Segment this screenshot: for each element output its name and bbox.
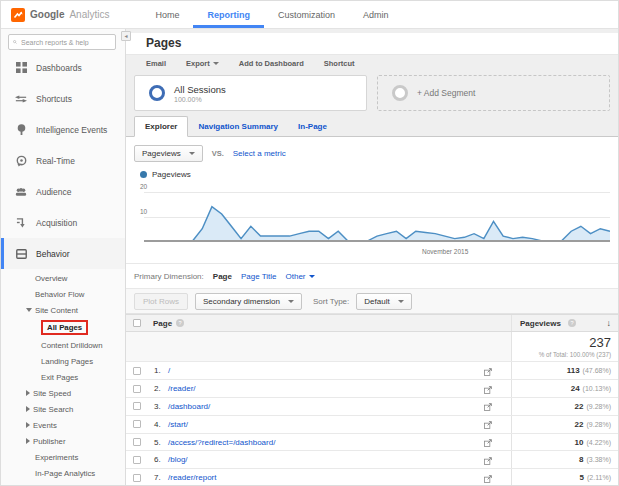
tab-navigation-summary[interactable]: Navigation Summary [188, 117, 288, 136]
nav-reporting[interactable]: Reporting [193, 1, 264, 28]
nav-customization[interactable]: Customization [264, 1, 349, 28]
sidebar-item-behavior[interactable]: Behavior [1, 238, 125, 269]
sidebar: ◂ Dashboards Shortcuts Intelligence Even… [1, 29, 126, 486]
chart-plot-area: 20 10 [144, 187, 610, 241]
dimension-page-title[interactable]: Page Title [241, 272, 277, 281]
google-analytics-logo[interactable]: Google Analytics [11, 1, 109, 28]
sidebar-item-label: Behavior [36, 249, 70, 259]
page-link[interactable]: /dashboard/ [168, 402, 210, 411]
help-icon[interactable]: ? [176, 319, 184, 327]
subnav-all-pages[interactable]: All Pages [1, 318, 125, 337]
subnav-events[interactable]: Events [1, 417, 125, 433]
tab-explorer[interactable]: Explorer [134, 116, 188, 137]
help-icon[interactable]: ? [568, 319, 576, 327]
total-pageviews: 237 [589, 335, 611, 350]
pageviews-column-header[interactable]: Pageviews [520, 319, 561, 328]
table-totals-row: 237 % of Total: 100.00% (237) [126, 332, 618, 362]
row-checkbox[interactable] [133, 367, 141, 375]
sort-descending-icon[interactable]: ↓ [607, 318, 612, 328]
table-row: 6. /blog/ 8(3.38%) [126, 451, 618, 469]
row-checkbox[interactable] [133, 474, 141, 482]
row-checkbox[interactable] [133, 456, 141, 464]
subnav-landing-pages[interactable]: Landing Pages [1, 353, 125, 369]
search-icon [13, 38, 17, 46]
subnav-experiments[interactable]: Experiments [1, 449, 125, 465]
table-row: 3. /dashboard/ 22(9.28%) [126, 398, 618, 416]
page-link[interactable]: /start/ [168, 420, 188, 429]
vs-label: VS. [212, 149, 224, 158]
sidebar-item-label: Shortcuts [36, 94, 72, 104]
chevron-collapsed-icon [26, 438, 30, 444]
primary-dimension-row: Primary Dimension: Page Page Title Other [126, 264, 618, 288]
row-checkbox[interactable] [133, 402, 141, 410]
page-link[interactable]: /reader/report [168, 473, 216, 482]
add-segment-circle-icon [392, 85, 408, 101]
table-row: 7. /reader/report 5(2.11%) [126, 469, 618, 486]
segment-all-sessions[interactable]: All Sessions 100.00% [134, 75, 367, 111]
caret-down-icon [309, 275, 315, 278]
page-link[interactable]: /blog/ [168, 455, 188, 464]
pages-table: Page ? Pageviews ? ↓ 237 % o [126, 314, 618, 486]
sidebar-item-audience[interactable]: Audience [1, 176, 125, 207]
segments-bar: All Sessions 100.00% + Add Segment [126, 72, 618, 116]
shortcut-button[interactable]: Shortcut [324, 59, 355, 68]
dimension-other[interactable]: Other [286, 272, 315, 281]
open-page-external-link-icon[interactable] [484, 362, 492, 380]
email-button[interactable]: Email [146, 59, 166, 68]
subnav-overview[interactable]: Overview [1, 270, 125, 286]
open-page-external-link-icon[interactable] [484, 380, 492, 398]
row-checkbox[interactable] [133, 420, 141, 428]
open-page-external-link-icon[interactable] [484, 433, 492, 451]
subnav-site-search[interactable]: Site Search [1, 401, 125, 417]
page-link[interactable]: /access/?redirect=/dashboard/ [168, 438, 275, 447]
row-checkbox[interactable] [133, 385, 141, 393]
open-page-external-link-icon[interactable] [484, 415, 492, 433]
subnav-in-page-analytics[interactable]: In-Page Analytics [1, 465, 125, 481]
table-row: 1. / 113(47.68%) [126, 362, 618, 380]
report-title-band: Pages [126, 33, 618, 56]
sidebar-item-real-time[interactable]: Real-Time [1, 145, 125, 176]
nav-home[interactable]: Home [141, 1, 193, 28]
search-box[interactable] [8, 34, 116, 50]
subnav-behavior-flow[interactable]: Behavior Flow [1, 286, 125, 302]
open-page-external-link-icon[interactable] [484, 397, 492, 415]
open-page-external-link-icon[interactable] [484, 469, 492, 486]
table-controls-row: Plot Rows Secondary dimension Sort Type:… [126, 288, 618, 314]
ga-logo-icon [11, 8, 25, 22]
page-column-header[interactable]: Page [153, 319, 172, 328]
sidebar-item-shortcuts[interactable]: Shortcuts [1, 83, 125, 114]
select-all-checkbox[interactable] [133, 319, 141, 327]
sort-type-select[interactable]: Default [356, 293, 411, 310]
sidebar-item-intelligence-events[interactable]: Intelligence Events [1, 114, 125, 145]
pageviews-chart: 20 10 November 2015 [140, 183, 610, 255]
sidebar-item-label: Audience [36, 187, 71, 197]
subnav-site-content[interactable]: Site Content [1, 302, 125, 318]
page-link[interactable]: /reader/ [168, 384, 196, 393]
row-checkbox[interactable] [133, 438, 141, 446]
search-input[interactable] [21, 39, 111, 46]
subnav-exit-pages[interactable]: Exit Pages [1, 369, 125, 385]
subnav-site-speed[interactable]: Site Speed [1, 385, 125, 401]
plot-rows-button[interactable]: Plot Rows [134, 293, 188, 310]
add-segment-button[interactable]: + Add Segment [377, 75, 610, 111]
tab-in-page[interactable]: In-Page [288, 117, 337, 136]
sidebar-item-dashboards[interactable]: Dashboards [1, 52, 125, 83]
add-to-dashboard-button[interactable]: Add to Dashboard [239, 59, 304, 68]
open-page-external-link-icon[interactable] [484, 451, 492, 469]
nav-admin[interactable]: Admin [349, 1, 403, 28]
subnav-content-drilldown[interactable]: Content Drilldown [1, 337, 125, 353]
sort-type-label: Sort Type: [313, 297, 349, 306]
sidebar-item-label: Dashboards [36, 63, 82, 73]
dimension-page[interactable]: Page [213, 272, 232, 281]
metric-select[interactable]: Pageviews [134, 145, 203, 162]
export-button[interactable]: Export [186, 59, 219, 68]
subnav-publisher[interactable]: Publisher [1, 433, 125, 449]
secondary-dimension-select[interactable]: Secondary dimension [195, 293, 302, 310]
sidebar-collapse-button[interactable]: ◂ [121, 31, 131, 41]
explorer-tabbar: Explorer Navigation Summary In-Page [126, 116, 618, 137]
page-link[interactable]: / [168, 366, 170, 375]
all-pages-highlight: All Pages [41, 320, 88, 335]
sidebar-item-acquisition[interactable]: Acquisition [1, 207, 125, 238]
select-a-metric-link[interactable]: Select a metric [233, 149, 286, 158]
chevron-collapsed-icon [26, 422, 30, 428]
